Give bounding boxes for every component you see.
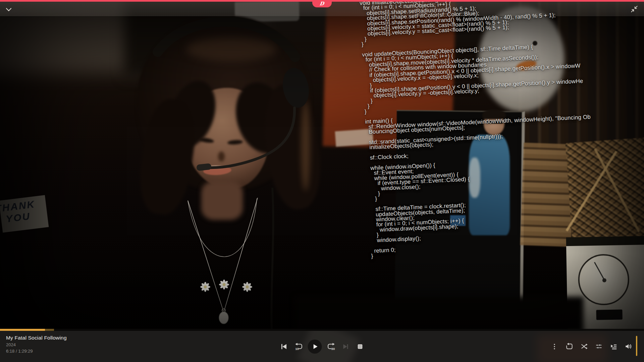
volume-slider-fill bbox=[636, 336, 637, 356]
secondary-controls bbox=[549, 331, 633, 362]
now-playing-info: My Fatal Social Following 2024 6:18 / 1:… bbox=[6, 335, 67, 354]
app-logo-badge: D bbox=[312, 0, 332, 7]
video-surface[interactable]: THANK YOU bbox=[0, 0, 644, 362]
chevron-down-icon bbox=[4, 5, 13, 14]
skip-previous-button[interactable] bbox=[279, 342, 289, 352]
media-title: My Fatal Social Following bbox=[6, 335, 67, 341]
app-logo-letter: D bbox=[319, 1, 324, 6]
play-button[interactable] bbox=[308, 340, 322, 354]
more-options-button[interactable] bbox=[549, 342, 559, 352]
video-player-window: THANK YOU bbox=[0, 0, 644, 362]
collapse-window-button[interactable] bbox=[629, 4, 639, 14]
volume-slider[interactable] bbox=[636, 336, 637, 356]
skip-next-button[interactable] bbox=[341, 342, 351, 352]
volume-icon bbox=[625, 343, 632, 350]
shuffle-button[interactable] bbox=[579, 342, 589, 352]
skip-previous-icon bbox=[280, 342, 288, 351]
chevron-down-button[interactable] bbox=[4, 5, 13, 14]
progress-played bbox=[0, 329, 45, 331]
stop-button[interactable] bbox=[355, 342, 365, 352]
code-overlay: void initializeObjects(BouncingObject ob… bbox=[360, 0, 644, 259]
play-icon bbox=[311, 342, 319, 351]
volume-button[interactable] bbox=[623, 342, 633, 352]
rewind-10-button[interactable]: 10 bbox=[293, 342, 304, 352]
media-time: 6:18 / 1:29:29 bbox=[6, 349, 67, 354]
play-queue-button[interactable] bbox=[608, 342, 619, 352]
kebab-menu-icon bbox=[551, 343, 558, 350]
forward-seconds-label: 30 bbox=[331, 347, 335, 350]
tune-sliders-icon bbox=[595, 343, 603, 350]
collapse-window-icon bbox=[630, 5, 639, 13]
control-bar: My Fatal Social Following 2024 6:18 / 1:… bbox=[0, 331, 644, 362]
forward-30-button[interactable]: 30 bbox=[326, 342, 336, 352]
seek-bar[interactable] bbox=[0, 329, 644, 331]
stop-icon bbox=[356, 343, 364, 351]
tune-sliders-button[interactable] bbox=[594, 342, 604, 352]
media-year: 2024 bbox=[6, 342, 67, 347]
play-queue-icon bbox=[610, 343, 618, 350]
skip-next-icon bbox=[342, 343, 350, 351]
rewind-10-icon: 10 bbox=[294, 342, 303, 351]
rewind-seconds-label: 10 bbox=[295, 347, 299, 350]
transport-controls: 10 30 bbox=[279, 331, 365, 362]
forward-30-icon: 30 bbox=[327, 342, 336, 351]
shuffle-icon bbox=[580, 343, 588, 350]
repeat-icon bbox=[566, 343, 573, 350]
repeat-button[interactable] bbox=[564, 342, 574, 352]
